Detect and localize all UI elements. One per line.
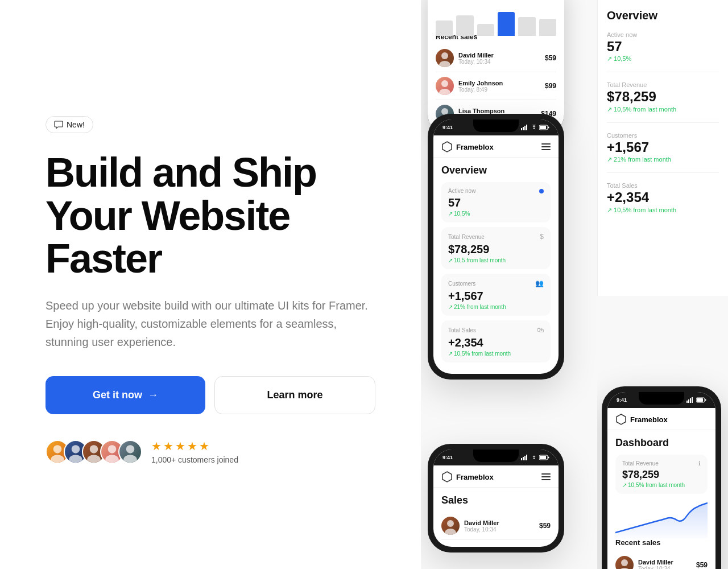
sales-value-1: +2,354 [448, 336, 544, 349]
panel-stat-customers: Customers +1,567 ↗ 21% from last month [607, 132, 719, 173]
panel-customers-value: +1,567 [607, 140, 719, 155]
sale-name-2: Emily Johnson [458, 80, 540, 86]
panel-active-value: 57 [607, 39, 719, 54]
svg-rect-29 [548, 457, 549, 459]
svg-point-39 [621, 559, 628, 566]
dashboard-recent-sales-title: Recent sales [615, 538, 708, 547]
phone-time-1: 9:41 [442, 125, 453, 130]
svg-rect-37 [697, 398, 703, 402]
stat-card-active: Active now 57 ↗ 10,5% [441, 182, 551, 222]
active-now-change: ↗ 10,5% [448, 211, 544, 217]
panel-revenue-change: ↗ 10,5% from last month [607, 106, 719, 113]
svg-point-10 [441, 52, 448, 59]
sale-row-1: David Miller Today, 10:34 $59 [436, 44, 556, 72]
panel-sales-value: +2,354 [607, 190, 719, 205]
svg-rect-25 [524, 456, 526, 460]
get-it-now-label: Get it now [93, 389, 142, 401]
active-dot [539, 189, 544, 193]
star-2: ★ [163, 439, 173, 453]
app-logo-3: Frameblox [441, 471, 494, 483]
svg-rect-28 [540, 456, 546, 459]
screen-title-1: Overview [441, 164, 551, 176]
left-panel: New! Build and Ship Your Website Faster … [0, 0, 421, 569]
svg-point-31 [445, 529, 456, 535]
sale-time-2: Today, 8:49 [458, 86, 540, 93]
svg-point-2 [72, 445, 80, 453]
right-panel: Jan Feb Mar Apr May Jun [421, 0, 728, 569]
stat-card-sales: Total Sales 🛍 +2,354 ↗ 10,5% from last m… [441, 320, 551, 362]
bag-icon: 🛍 [537, 326, 544, 334]
sales-screen-title: Sales [441, 494, 551, 506]
badge-label: New! [67, 120, 85, 129]
svg-rect-16 [521, 128, 522, 130]
customers-joined-label: 1,000+ customers joined [151, 455, 238, 464]
svg-rect-26 [526, 455, 527, 460]
svg-point-12 [441, 80, 448, 87]
svg-rect-21 [540, 126, 546, 129]
svg-point-5 [87, 455, 101, 463]
sale-amount-1: $59 [545, 54, 556, 62]
customers-label-1: Customers [448, 281, 475, 287]
avatar [118, 440, 142, 464]
active-now-value: 57 [448, 196, 544, 209]
dashboard-sale-1: David Miller Today, 10:34 $59 [615, 551, 708, 569]
star-1: ★ [151, 439, 162, 453]
menu-icon-3[interactable] [541, 473, 551, 480]
svg-point-3 [69, 455, 82, 463]
social-proof: ★ ★ ★ ★ ★ 1,000+ customers joined [46, 439, 375, 464]
app-name-1: Frameblox [456, 143, 494, 151]
menu-icon-1[interactable] [541, 143, 551, 150]
svg-point-13 [439, 89, 450, 95]
stat-card-customers: Customers 👥 +1,567 ↗ 21% from last month [441, 274, 551, 316]
sale-b-amount-1: $59 [539, 522, 551, 530]
svg-point-4 [90, 445, 98, 453]
svg-point-9 [123, 455, 137, 463]
phone-time-3: 9:41 [442, 455, 453, 460]
svg-point-0 [53, 445, 61, 453]
hero-subtitle: Speed up your website build with our ult… [46, 296, 375, 351]
get-it-now-button[interactable]: Get it now → [46, 376, 205, 414]
panel-stat-active: Active now 57 ↗ 10,5% [607, 31, 719, 72]
dashboard-overview-panel: Overview Active now 57 ↗ 10,5% Total Rev… [597, 0, 728, 296]
panel-sales-change: ↗ 10,5% from last month [607, 207, 719, 214]
svg-point-30 [447, 520, 454, 527]
panel-revenue-label: Total Revenue [607, 81, 719, 88]
sales-label-1: Total Sales [448, 327, 476, 333]
cta-row: Get it now → Learn more [46, 376, 375, 414]
svg-point-6 [108, 445, 116, 453]
panel-stat-total-sales: Total Sales +2,354 ↗ 10,5% from last mon… [607, 182, 719, 222]
star-3: ★ [175, 439, 185, 453]
sales-change-1: ↗ 10,5% from last month [448, 351, 544, 357]
panel-customers-change: ↗ 21% from last month [607, 156, 719, 163]
dashboard-revenue-change: ↗ 10,5% from last month [622, 482, 701, 488]
customers-change-1: ↗ 21% from last month [448, 304, 544, 310]
learn-more-button[interactable]: Learn more [214, 376, 375, 414]
star-rating: ★ ★ ★ ★ ★ [151, 439, 238, 453]
sale-name-1: David Miller [458, 52, 540, 59]
dashboard-revenue-value: $78,259 [622, 469, 701, 481]
users-icon: 👥 [535, 279, 544, 287]
revenue-change-1: ↗ 10,5 from last month [448, 257, 544, 263]
app-name-3: Frameblox [456, 473, 494, 481]
dashboard-revenue-label: Total Revenue [622, 460, 659, 467]
customers-value-1: +1,567 [448, 290, 544, 303]
chat-icon [54, 120, 63, 129]
phone-dashboard: 9:41 Frameblox Dashboard [602, 386, 721, 569]
dashboard-sale-time-1: Today, 10:34 [638, 566, 692, 570]
dashboard-revenue-card: Total Revenue ℹ $78,259 ↗ 10,5% from las… [615, 455, 708, 494]
svg-point-11 [439, 61, 450, 67]
dollar-icon: $ [540, 233, 544, 241]
svg-point-7 [105, 455, 119, 463]
proof-text: ★ ★ ★ ★ ★ 1,000+ customers joined [151, 439, 238, 464]
svg-rect-38 [705, 399, 706, 401]
star-5: ★ [199, 439, 209, 453]
svg-point-8 [126, 445, 134, 453]
dashboard-sale-name-1: David Miller [638, 559, 692, 566]
sale-b-time-1: Today, 10:34 [464, 526, 535, 533]
sale-amount-2: $99 [545, 82, 556, 90]
status-icons [521, 125, 549, 130]
sale-row-b1: David Miller Today, 10:34 $59 [441, 512, 551, 540]
svg-rect-19 [526, 125, 527, 130]
svg-rect-33 [688, 399, 689, 403]
phone-sales: 9:41 Frameblox [428, 444, 564, 552]
